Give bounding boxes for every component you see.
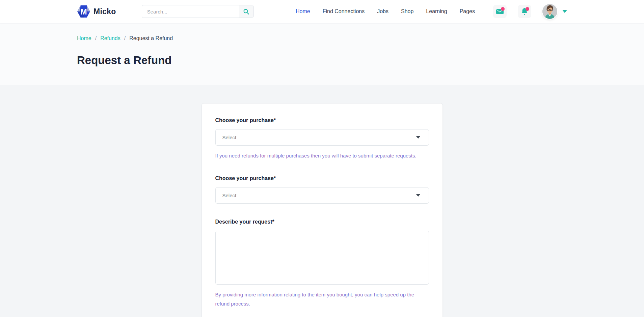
brand-name: Micko xyxy=(93,7,116,16)
breadcrumb-refunds[interactable]: Refunds xyxy=(100,35,120,41)
unread-notifications-badge xyxy=(526,7,529,11)
page-title: Request a Refund xyxy=(77,54,567,67)
chevron-down-icon xyxy=(416,136,420,139)
purchase-select-1-value: Select xyxy=(222,135,237,140)
breadcrumb-separator: / xyxy=(124,35,126,41)
nav-item-home[interactable]: Home xyxy=(296,8,310,15)
purchase-select-2[interactable]: Select xyxy=(215,187,429,204)
nav-item-shop[interactable]: Shop xyxy=(401,8,413,15)
search-icon xyxy=(243,8,249,15)
describe-request-help: By providing more information relating t… xyxy=(215,290,429,308)
purchase-label-2: Choose your purchase* xyxy=(215,175,429,181)
nav-item-pages[interactable]: Pages xyxy=(460,8,475,15)
top-navbar: M Micko Home Find Connections Jobs Shop … xyxy=(0,0,644,23)
notifications-button[interactable] xyxy=(518,5,531,18)
search-button[interactable] xyxy=(239,5,253,18)
purchase-label-1: Choose your purchase* xyxy=(215,117,429,123)
purchase-field-2: Choose your purchase* Select xyxy=(215,175,429,204)
request-description-textarea[interactable] xyxy=(215,231,429,285)
purchase-help-1: If you need refunds for multiple purchas… xyxy=(215,151,429,160)
purchase-select-1[interactable]: Select xyxy=(215,129,429,146)
brand-logo-icon: M xyxy=(77,5,90,18)
purchase-select-2-value: Select xyxy=(222,193,237,198)
main-nav: Home Find Connections Jobs Shop Learning… xyxy=(296,8,475,15)
search-input[interactable] xyxy=(142,5,239,18)
refund-form-card: Choose your purchase* Select If you need… xyxy=(202,104,442,317)
nav-item-jobs[interactable]: Jobs xyxy=(377,8,388,15)
purchase-field-1: Choose your purchase* Select If you need… xyxy=(215,117,429,160)
unread-messages-badge xyxy=(501,7,505,11)
search-box xyxy=(142,5,254,18)
nav-item-find-connections[interactable]: Find Connections xyxy=(323,8,365,15)
chevron-down-icon xyxy=(562,10,567,13)
page-header-section: Home / Refunds / Request a Refund Reques… xyxy=(0,23,644,85)
messages-button[interactable] xyxy=(493,5,507,18)
breadcrumb-home[interactable]: Home xyxy=(77,35,91,41)
user-menu[interactable] xyxy=(542,4,567,19)
nav-item-learning[interactable]: Learning xyxy=(426,8,447,15)
describe-request-field: Describe your request* By providing more… xyxy=(215,219,429,308)
breadcrumb-current: Request a Refund xyxy=(129,35,173,41)
brand[interactable]: M Micko xyxy=(77,5,116,18)
chevron-down-icon xyxy=(416,194,420,197)
avatar-image xyxy=(542,4,557,19)
svg-text:M: M xyxy=(80,7,87,16)
describe-request-label: Describe your request* xyxy=(215,219,429,225)
header-actions xyxy=(493,4,567,19)
avatar xyxy=(542,4,557,19)
main-content: Choose your purchase* Select If you need… xyxy=(0,85,644,317)
breadcrumb-separator: / xyxy=(95,35,97,41)
breadcrumb: Home / Refunds / Request a Refund xyxy=(77,35,567,41)
